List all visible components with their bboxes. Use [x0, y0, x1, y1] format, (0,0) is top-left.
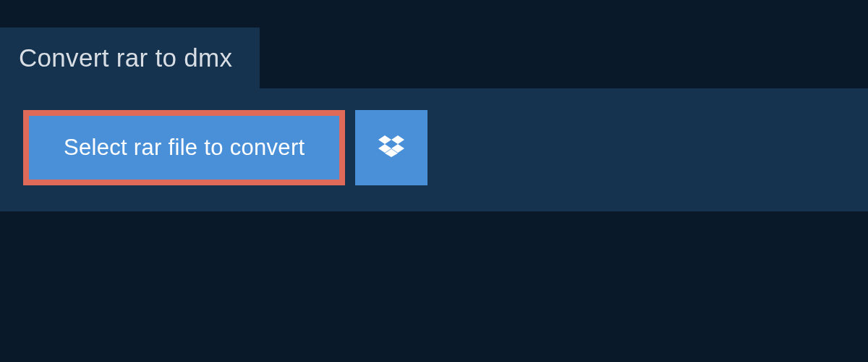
dropbox-button[interactable]: [355, 110, 427, 185]
header-tab: Convert rar to dmx: [0, 28, 260, 88]
upload-panel: Select rar file to convert: [0, 88, 868, 211]
dropbox-icon: [378, 133, 404, 162]
page-title: Convert rar to dmx: [19, 43, 232, 72]
select-file-label: Select rar file to convert: [64, 135, 305, 161]
button-row: Select rar file to convert: [23, 110, 845, 185]
select-file-button[interactable]: Select rar file to convert: [23, 110, 345, 185]
